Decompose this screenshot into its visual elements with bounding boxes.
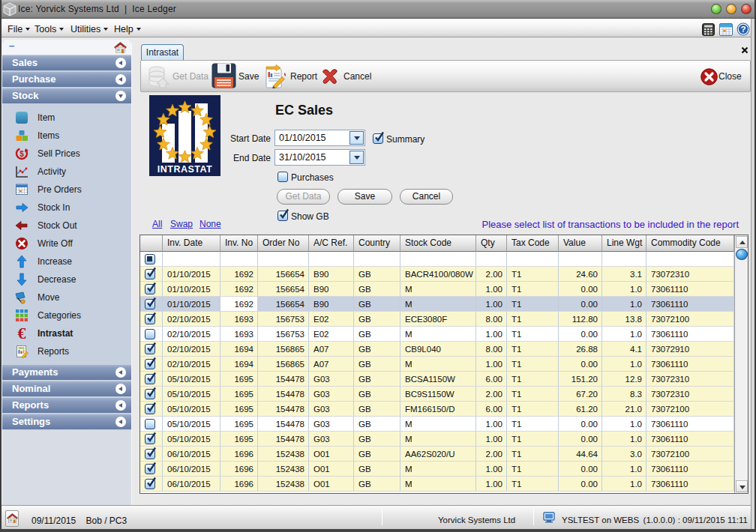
svg-text:€: € — [18, 325, 26, 341]
svg-text:$: $ — [20, 150, 24, 158]
svg-text:?: ? — [740, 25, 746, 34]
svg-text:INTRASTAT: INTRASTAT — [158, 164, 212, 175]
